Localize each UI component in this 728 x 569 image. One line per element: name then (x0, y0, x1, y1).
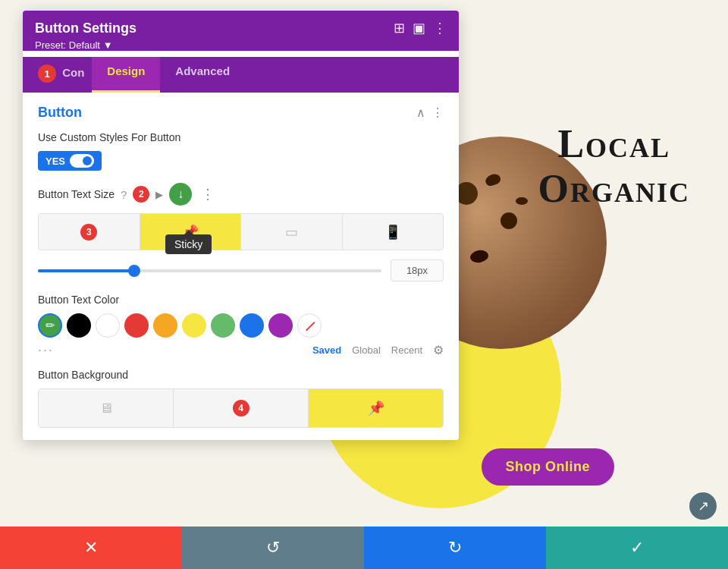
bg-section-label: Button Background (38, 369, 444, 381)
panel-title: Button Settings (35, 20, 136, 36)
bottom-toolbar: ✕ ↺ ↻ ✓ (0, 527, 728, 569)
text-size-more-btn[interactable]: ⋮ (198, 186, 218, 203)
tab-design[interactable]: Design (92, 57, 160, 93)
text-color-label: Button Text Color (38, 294, 444, 306)
redo-icon: ↻ (448, 538, 462, 558)
color-swatch-green[interactable] (211, 313, 235, 338)
green-down-arrow-btn[interactable]: ↓ (169, 183, 192, 206)
device-icons-container: 3 📌 ▭ 📱 Sticky (38, 213, 444, 250)
color-swatch-purple[interactable] (268, 313, 293, 338)
color-swatch-black[interactable] (67, 313, 91, 338)
confirm-icon: ✓ (630, 538, 644, 558)
redo-button[interactable]: ↻ (364, 527, 546, 569)
device-tablet-landscape-btn[interactable]: ▭ (241, 214, 343, 250)
mobile-icon: 📱 (384, 225, 401, 240)
bg-icons-row: 🖥 ⬆ 4 📌 (38, 388, 444, 428)
tablet-icon: ▭ (285, 225, 298, 240)
color-swatch-orange[interactable] (153, 313, 177, 338)
step-3-circle: 3 (80, 224, 97, 240)
slider-fill (38, 269, 134, 272)
bg-pinned-btn[interactable]: 📌 (309, 389, 443, 427)
bg-none-btn[interactable]: 🖥 (39, 389, 174, 427)
panel-header-top: Button Settings ⊞ ▣ ⋮ (35, 20, 447, 36)
color-tab-global[interactable]: Global (352, 344, 381, 356)
custom-styles-toggle[interactable]: YES (38, 151, 102, 171)
undo-button[interactable]: ↺ (182, 527, 364, 569)
color-swatch-blue[interactable] (240, 313, 264, 338)
step-1-circle: 1 (38, 64, 56, 83)
confirm-button[interactable]: ✓ (546, 527, 728, 569)
color-more-dots[interactable]: ··· (38, 342, 54, 358)
color-tab-recent[interactable]: Recent (391, 344, 422, 356)
preset-line: Preset: Default ▼ (35, 39, 447, 51)
device-mobile-btn[interactable]: 📱 (343, 214, 444, 250)
text-size-label: Button Text Size (38, 188, 115, 200)
color-tabs: Saved Global Recent ⚙ (312, 343, 444, 357)
panel-header: Button Settings ⊞ ▣ ⋮ Preset: Default ▼ (23, 11, 459, 51)
slider-thumb[interactable] (128, 265, 140, 277)
bg-arrow-btn[interactable]: ⬆ 4 (174, 389, 309, 427)
device-icons-row: 3 📌 ▭ 📱 (38, 213, 444, 250)
panel-content: Button ∧ ⋮ Use Custom Styles For Button … (23, 93, 459, 440)
settings-panel: Button Settings ⊞ ▣ ⋮ Preset: Default ▼ … (23, 11, 459, 440)
collapse-section-btn[interactable]: ∧ (416, 105, 425, 120)
text-size-row: Button Text Size ? 2 ▶ ↓ ⋮ (38, 183, 444, 206)
more-icon[interactable]: ⋮ (433, 20, 447, 36)
color-swatch-yellow[interactable] (182, 313, 206, 338)
undo-icon: ↺ (266, 538, 280, 558)
cancel-button[interactable]: ✕ (0, 527, 182, 569)
expand-icon[interactable]: ⊞ (394, 20, 405, 36)
section-actions: ∧ ⋮ (416, 105, 444, 120)
help-icon[interactable]: ? (121, 188, 127, 201)
toggle-yes-label: YES (46, 156, 65, 167)
panel-header-icons: ⊞ ▣ ⋮ (394, 20, 447, 36)
color-swatch-red[interactable] (124, 313, 149, 338)
step-4-circle: 4 (233, 400, 249, 417)
slider-value: 18px (391, 259, 444, 281)
section-title: Button (38, 105, 82, 121)
tab-advanced[interactable]: Advanced (160, 57, 245, 93)
toggle-switch (70, 154, 94, 168)
slider-track[interactable] (38, 269, 381, 272)
preset-arrow[interactable]: ▼ (103, 39, 113, 51)
section-header: Button ∧ ⋮ (38, 105, 444, 121)
pushpin-bg-icon: 📌 (368, 401, 384, 416)
brand-line1: Local (538, 121, 690, 166)
color-tab-saved[interactable]: Saved (312, 344, 341, 356)
color-swatches: ✏ – (38, 313, 444, 338)
color-swatch-white[interactable] (96, 313, 120, 338)
expand-arrow-icon[interactable]: ↗ (689, 492, 717, 520)
custom-styles-label: Use Custom Styles For Button (38, 131, 444, 143)
preset-label: Preset: Default (35, 39, 100, 51)
brand-line2: Organic (538, 166, 690, 211)
tab-content[interactable]: 1 Con (23, 57, 92, 93)
columns-icon[interactable]: ▣ (413, 20, 425, 36)
device-desktop-btn[interactable]: 3 (39, 214, 140, 250)
tabs-bar: 1 Con Design Advanced (23, 57, 459, 93)
arrow-right-indicator: ▶ (155, 189, 163, 200)
sticky-tooltip: Sticky (165, 234, 212, 254)
color-options-row: ··· Saved Global Recent ⚙ (38, 342, 444, 358)
cancel-icon: ✕ (84, 538, 98, 558)
section-more-btn[interactable]: ⋮ (431, 105, 444, 120)
shop-online-button[interactable]: Shop Online (482, 448, 615, 486)
slider-row: 18px (38, 259, 444, 281)
step-2-circle: 2 (133, 186, 149, 203)
brand-text: Local Organic (538, 121, 690, 211)
color-settings-icon[interactable]: ⚙ (433, 343, 444, 357)
color-swatch-clear[interactable]: – (297, 313, 322, 338)
desktop-icon: 🖥 (99, 401, 113, 416)
color-swatch-pencil[interactable]: ✏ (38, 313, 62, 338)
